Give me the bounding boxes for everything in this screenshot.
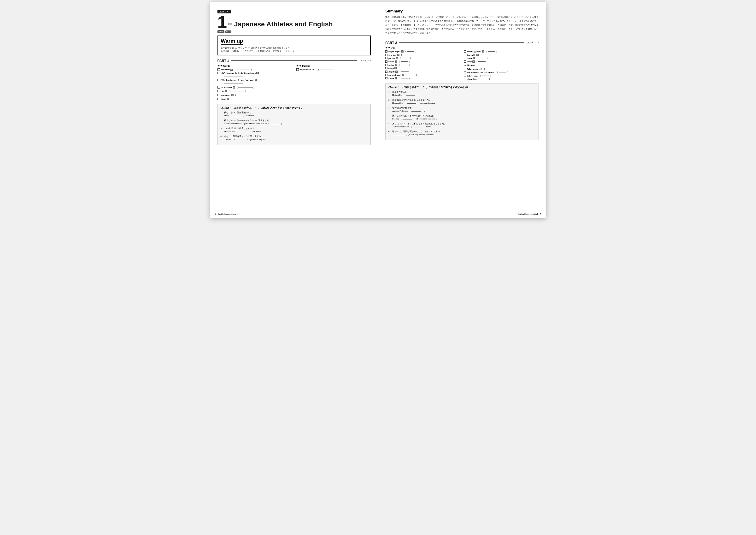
vocab-entire: entire 形 （）	[385, 67, 460, 70]
phrase-what-about: What about … ? （）	[464, 68, 539, 70]
check-box-be-proficient[interactable]	[296, 69, 299, 71]
part1-label: PART 1	[217, 59, 229, 63]
page-divider	[385, 38, 539, 39]
check-box-pronounce[interactable]	[217, 94, 220, 96]
vocab-cheat: cheat 名 （）	[464, 57, 539, 60]
part1-header: PART 1 ［教科書］P.6	[217, 59, 371, 63]
r-exercise-3: 3． 母の愛は無条件です。 A mother's love is （ ）.	[389, 106, 536, 113]
check-box-nba[interactable]	[217, 72, 220, 74]
check-box-esl[interactable]	[217, 79, 220, 81]
lesson-header: LESSON 1 ✏ 教科書 P.5-18 Japanese Athletes …	[217, 9, 371, 33]
r-blank-3[interactable]	[412, 111, 421, 112]
vocab-hopefully: hopefully 副 （）	[464, 53, 539, 56]
vocab-two-way: two-way 形 （）	[385, 53, 460, 56]
exercise-1: 1． 彼はフランス語が堪能です。 He is （ ） in French.	[221, 111, 368, 118]
r-blank-1[interactable]	[406, 96, 415, 96]
r-blank-6[interactable]	[395, 135, 405, 135]
r-exercise-2: 2． 彼は勉強に今年の夏をまるまる使った。 He spent his （ ） s…	[389, 99, 536, 105]
part1-phrases-title: ★★ Phrases	[296, 65, 371, 67]
footer-right-num: 5	[540, 213, 541, 215]
part1-vocab-grid: ★★ Words proficient 形 （ ） NBA=National B…	[217, 65, 371, 101]
footer-right-text: English Communication II	[518, 213, 538, 215]
part2-header: PART 2 ［教科書］P.10	[385, 41, 539, 44]
check-it-2-title: Check it！ 日本語を参考に、（ ）に適語を入れて英文を完成させなさい。	[389, 86, 536, 89]
pencil-icon: ✏	[228, 21, 232, 27]
phrase-believe-in: believe in … （）	[464, 74, 539, 77]
check-box-furthermore[interactable]	[217, 86, 220, 89]
part2-vocab-grid: ★ Words major league 名 （） two-way 形 （）	[385, 46, 539, 81]
vocab-item-furthermore: furthermore 副 （ ）	[217, 86, 292, 89]
vocab-item-fluent: fluent 形 （ ）	[217, 98, 292, 100]
summary-section: Summary 現在、世界各国で多くの日本人アスリートがスポーツで活躍しています…	[385, 9, 539, 35]
lesson-number-area: LESSON 1 ✏ 教科書 P.5-18	[217, 9, 232, 33]
part2-ref: ［教科書］P.10	[526, 41, 539, 44]
vocab-major-league: major league 名 （）	[385, 50, 460, 53]
part2-line	[399, 42, 524, 43]
check-it-1-title: Check it！ 日本語を参考に、（ ）に適語を入れて英文を完成させなさい。	[221, 106, 368, 110]
lesson-title: Japanese Athletes and English	[234, 21, 371, 28]
vocab-item-proficient: proficient 形 （ ）	[217, 68, 292, 71]
vocab-batter: batter 名 （）	[385, 60, 460, 63]
phrase-cheat-sheet: cheat sheet （）	[464, 78, 539, 81]
vocab-rookie: rookie 名 （）	[385, 64, 460, 67]
check-box-rap[interactable]	[217, 90, 220, 92]
vocab-pitcher: pitcher 名 （）	[385, 57, 460, 60]
vocab-vision: vision 名 （）	[385, 77, 460, 80]
check-it-2-box: Check it！ 日本語を参考に、（ ）に適語を入れて英文を完成させなさい。 …	[385, 83, 539, 140]
left-footer: 4 English Communication II	[210, 213, 378, 215]
warm-up-text-1: まずは学習前に、サマリーで本文の内容をつかみ理解度を高めましょう！	[221, 46, 367, 49]
phrase-rookie-award: the Rookie of the Year Award ( （）	[464, 71, 539, 74]
check-box-fluent[interactable]	[217, 98, 220, 100]
part1-words-col: ★★ Words proficient 形 （ ） NBA=National B…	[217, 65, 292, 101]
textbook-label: 教科書	[217, 30, 225, 33]
check-box-proficient[interactable]	[217, 69, 220, 71]
lesson-label: LESSON	[217, 10, 231, 14]
vocab-sheet: sheet 名 （）	[464, 60, 539, 63]
summary-title: Summary	[385, 9, 539, 14]
r-exercise-5: 5． あなたのアドバイスは私にとって励ましになりました。 Your advice…	[389, 122, 536, 128]
vocab-item-rap: rap 名 （ ）	[217, 90, 292, 93]
part2-phrases-title: ★ Phrases	[464, 64, 539, 67]
vocab-encouragement: encouragement 名 （）	[464, 50, 539, 53]
r-exercise-6: 6． 願わくば、明日は雨がやんでくれるといいですね。 （ ）, it will …	[389, 130, 536, 136]
part2-col1: ★ Words major league 名 （） two-way 形 （）	[385, 46, 460, 81]
part1-words-title: ★★ Words	[217, 65, 292, 67]
part1-line	[231, 61, 357, 61]
footer-right-wrapper: English Communication II 5	[518, 213, 541, 215]
right-footer: English Communication II 5	[378, 213, 546, 215]
part2-label: PART 2	[385, 41, 397, 44]
part1-phrases-col: ★★ Phrases be proficient in … （ ）	[296, 65, 371, 101]
blank-1[interactable]	[232, 116, 242, 116]
vocab-item-esl: ESL=English as a Second Language 名	[217, 79, 292, 81]
vocab-item-pronounce: pronounce 動 （ ）	[217, 94, 292, 97]
part1-ref: ［教科書］P.6	[359, 59, 371, 62]
r-blank-4[interactable]	[403, 119, 412, 120]
footer-left-text: English Communication II	[218, 213, 238, 215]
r-exercise-1: 1． 彼はまだ新人だ。 He is still a （ ）.	[389, 91, 536, 97]
footer-left: 4 English Communication II	[215, 213, 238, 215]
right-page: Summary 現在、世界各国で多くの日本人アスリートがスポーツで活躍しています…	[378, 2, 546, 218]
part2-words-title: ★ Words	[385, 46, 460, 49]
warm-up-text-2: 新出単語・語句はパートごとにチェック問題を活用してマスターしましょう。	[221, 49, 367, 53]
summary-text: 現在、世界各国で多くの日本人アスリートがスポーツで活躍しています。彼らはスポーツ…	[385, 15, 539, 35]
vocab-item-nba-paren: （ ）	[217, 75, 292, 78]
lesson-number: 1	[217, 14, 227, 31]
warm-up-title: Warm up	[221, 38, 243, 45]
footer-left-num: 4	[215, 213, 216, 215]
r-blank-5[interactable]	[413, 127, 422, 127]
vocab-item-be-proficient: be proficient in … （ ）	[296, 68, 371, 71]
part2-col2: ★ Words encouragement 名 （） hopefully 副 （…	[464, 46, 539, 81]
exercise-3: 3． この単語はどう発音しますか？ How do you （ ） this wo…	[221, 127, 368, 133]
r-exercise-4: 4． 彼女は科学者になる未来を描いていました。 She had （ ） of b…	[389, 114, 536, 121]
vocab-angels: Angels 名 （）	[385, 70, 460, 73]
r-blank-2[interactable]	[407, 103, 416, 104]
exercise-4: 4． あなたは英語を流ちょうに話しますね。 You are a （ ） spea…	[221, 135, 368, 141]
vocab-unconditional: unconditional 形 （）	[385, 74, 460, 76]
vocab-item-esl-paren: （ ）	[217, 82, 292, 85]
textbook-page: P.5-18	[226, 30, 231, 33]
vocab-item-nba: NBA=National Basketball Association 名	[217, 72, 292, 74]
left-page: LESSON 1 ✏ 教科書 P.5-18 Japanese Athletes …	[210, 2, 378, 218]
warm-up-section: Warm up まずは学習前に、サマリーで本文の内容をつかみ理解度を高めましょう…	[217, 36, 371, 55]
exercise-2: 2． 彼女は BGM をロックからラップに変えました。 She switched…	[221, 119, 368, 126]
check-it-1-box: Check it！ 日本語を参考に、（ ）に適語を入れて英文を完成させなさい。 …	[217, 104, 371, 145]
